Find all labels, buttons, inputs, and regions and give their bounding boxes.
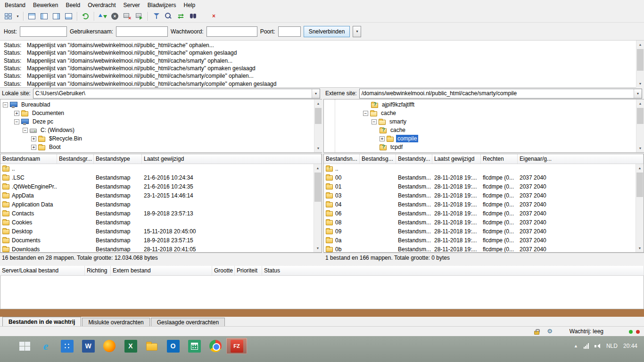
- column-header-bestandstype[interactable]: Bestandstype: [94, 154, 142, 164]
- remote-tree-scrollbar[interactable]: ▲ ▼: [636, 99, 644, 152]
- tree-item-documenten[interactable]: +Documenten: [0, 109, 322, 117]
- taskbar-chrome[interactable]: [205, 338, 226, 354]
- file-row-cookies[interactable]: CookiesBestandsmap: [0, 218, 322, 227]
- collapse-icon[interactable]: −: [372, 119, 377, 124]
- collapse-icon[interactable]: −: [363, 111, 368, 116]
- local-tree-scrollbar[interactable]: ▲ ▼: [314, 99, 322, 152]
- scroll-down-icon[interactable]: ▼: [314, 244, 322, 252]
- sync-browse-button[interactable]: [175, 11, 187, 22]
- menu-server[interactable]: Server: [119, 0, 143, 10]
- column-header-status[interactable]: Status: [262, 266, 644, 275]
- column-header-richting[interactable]: Richting: [85, 266, 111, 275]
- clock[interactable]: 20:44: [623, 343, 637, 349]
- scroll-down-icon[interactable]: ▼: [636, 144, 644, 152]
- red-x-button[interactable]: ×: [208, 11, 220, 22]
- collapse-icon[interactable]: −: [3, 102, 8, 107]
- tree-item-deze-pc[interactable]: −Deze pc: [0, 117, 322, 126]
- file-row-[interactable]: ..: [0, 164, 322, 173]
- column-header-bestandsn[interactable]: Bestandsn...: [324, 154, 360, 164]
- expand-icon[interactable]: +: [31, 145, 36, 150]
- tree-item-bureaublad[interactable]: −Bureaublad: [0, 100, 322, 109]
- host-input[interactable]: [20, 26, 67, 37]
- file-row-08[interactable]: 08Bestandsm...28-11-2018 19:...flcdmpe (…: [324, 218, 644, 227]
- column-header-server-lokaal-bestand[interactable]: Server/Lokaal bestand: [0, 266, 85, 275]
- expand-icon[interactable]: +: [380, 136, 385, 141]
- file-row-01[interactable]: 01Bestandsm...28-11-2018 19:...flcdmpe (…: [324, 182, 644, 191]
- refresh-button[interactable]: [80, 11, 91, 22]
- file-row-appdata[interactable]: AppDataBestandsmap23-1-2015 14:46:14: [0, 191, 322, 200]
- tree-item-c-windows[interactable]: −C: (Windows): [0, 126, 322, 134]
- scroll-down-icon[interactable]: ▼: [314, 144, 322, 152]
- scroll-up-icon[interactable]: ▲: [636, 164, 644, 172]
- local-files-scrollbar[interactable]: ▲ ▼: [314, 164, 322, 252]
- taskbar-filezilla[interactable]: FZ: [226, 338, 247, 354]
- cancel-button[interactable]: ×: [109, 11, 121, 22]
- expand-icon[interactable]: +: [14, 111, 19, 116]
- toggle-queue-button[interactable]: [63, 11, 74, 22]
- column-header-bestandsty[interactable]: Bestandsty...: [396, 154, 432, 164]
- password-input[interactable]: [206, 26, 257, 37]
- file-row-documents[interactable]: DocumentsBestandsmap18-9-2018 23:57:15: [0, 236, 322, 245]
- menu-overdracht[interactable]: Overdracht: [84, 0, 119, 10]
- find-files-button[interactable]: [187, 11, 199, 22]
- gear-icon[interactable]: ⚙: [547, 328, 553, 335]
- file-row-lsc[interactable]: .LSCBestandsmap21-6-2016 10:24:34: [0, 173, 322, 182]
- scroll-thumb[interactable]: [637, 108, 644, 124]
- collapse-icon[interactable]: −: [23, 128, 28, 133]
- tree-item-tcpdf[interactable]: tcpdf: [324, 143, 644, 151]
- tab-failed-transfers[interactable]: Mislukte overdrachten: [82, 318, 149, 326]
- column-header-extern-bestand[interactable]: Extern bestand: [111, 266, 212, 275]
- toggle-log-button[interactable]: [26, 11, 38, 22]
- collapse-icon[interactable]: −: [14, 119, 19, 124]
- column-header-laatst-gewijzigd[interactable]: Laatst gewijzigd: [142, 154, 322, 164]
- quickconnect-button[interactable]: Snelverbinden: [304, 26, 350, 37]
- file-row-qtwebenginepr[interactable]: .QtWebEnginePr...Bestandsmap21-6-2016 10…: [0, 182, 322, 191]
- tree-item-smarty[interactable]: −smarty: [324, 117, 644, 126]
- volume-icon[interactable]: [594, 343, 601, 349]
- tree-item-cache[interactable]: cache: [324, 126, 644, 134]
- process-queue-button[interactable]: [97, 11, 108, 22]
- log-scrollbar[interactable]: ▲ ▼: [636, 41, 644, 88]
- taskbar-file-explorer[interactable]: [141, 338, 162, 354]
- file-row-contacts[interactable]: ContactsBestandsmap18-9-2018 23:57:13: [0, 209, 322, 218]
- file-row-0a[interactable]: 0aBestandsm...28-11-2018 19:...flcdmpe (…: [324, 236, 644, 245]
- tree-item-ajpif9kzfajtlfft[interactable]: ajpif9kzfajtlfft: [324, 100, 644, 109]
- taskbar-excel[interactable]: X: [120, 338, 141, 354]
- file-row-06[interactable]: 06Bestandsm...28-11-2018 19:...flcdmpe (…: [324, 209, 644, 218]
- file-row-downloads[interactable]: DownloadsBestandsmap28-11-2018 20:41:05: [0, 245, 322, 253]
- language-indicator[interactable]: NLD: [606, 343, 618, 349]
- scroll-down-icon[interactable]: ▼: [636, 244, 644, 252]
- menu-bewerken[interactable]: Bewerken: [29, 0, 62, 10]
- file-row-[interactable]: ..: [324, 164, 644, 173]
- tree-item-boot[interactable]: +Boot: [0, 143, 322, 151]
- file-row-application-data[interactable]: Application DataBestandsmap: [0, 200, 322, 209]
- username-input[interactable]: [116, 26, 168, 37]
- taskbar-calculator[interactable]: [184, 338, 205, 354]
- chevron-down-icon[interactable]: ▾: [634, 89, 642, 98]
- site-manager-button[interactable]: [2, 11, 14, 22]
- tree-item-recycle-bin[interactable]: +$Recycle.Bin: [0, 134, 322, 143]
- file-row-09[interactable]: 09Bestandsm...28-11-2018 19:...flcdmpe (…: [324, 227, 644, 236]
- network-signal-icon[interactable]: [584, 343, 589, 349]
- taskbar-firefox[interactable]: [99, 338, 120, 354]
- column-header-prioriteit[interactable]: Prioriteit: [235, 266, 262, 275]
- menu-bestand[interactable]: Bestand: [1, 0, 29, 10]
- tab-queued-files[interactable]: Bestanden in de wachtrij: [2, 317, 81, 326]
- column-header-bestandsg[interactable]: Bestandsg...: [360, 154, 396, 164]
- file-row-00[interactable]: 00Bestandsm...28-11-2018 19:...flcdmpe (…: [324, 173, 644, 182]
- taskbar-internet-explorer[interactable]: e: [35, 338, 56, 354]
- scroll-thumb[interactable]: [636, 173, 643, 197]
- compare-button[interactable]: [163, 11, 174, 22]
- column-header-grootte[interactable]: Grootte: [212, 266, 235, 275]
- taskbar-outlook[interactable]: O: [163, 338, 183, 354]
- file-row-desktop[interactable]: DesktopBestandsmap15-11-2018 20:45:00: [0, 227, 322, 236]
- column-header-bestandsgr[interactable]: Bestandsgr...: [57, 154, 94, 164]
- file-row-0b[interactable]: 0bBestandsm...28-11-2018 19:...flcdmpe (…: [324, 245, 644, 253]
- taskbar-word[interactable]: W: [78, 338, 99, 354]
- reconnect-button[interactable]: [133, 11, 145, 22]
- menu-bladwijzers[interactable]: Bladwijzers: [144, 0, 180, 10]
- menu-beeld[interactable]: Beeld: [62, 0, 84, 10]
- column-header-bestandsnaam[interactable]: Bestandsnaam: [0, 154, 57, 164]
- site-manager-dropdown-button[interactable]: ▾: [15, 11, 21, 22]
- filter-button[interactable]: [150, 11, 162, 22]
